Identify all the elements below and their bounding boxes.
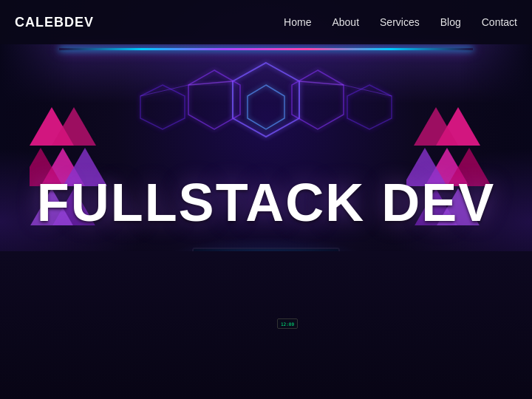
svg-marker-5 (347, 85, 392, 129)
nav-item-about[interactable]: About (332, 16, 359, 29)
hero-title: FULLSTACK DEV (37, 176, 496, 229)
nav-link-home[interactable]: Home (284, 16, 311, 28)
nav-item-services[interactable]: Services (380, 16, 420, 29)
nav-item-blog[interactable]: Blog (440, 16, 461, 29)
neon-strip (59, 48, 473, 50)
svg-line-6 (188, 81, 233, 85)
navbar: CALEBDEV Home About Services Blog Contac… (0, 0, 532, 44)
nav-item-home[interactable]: Home (284, 16, 311, 29)
hero-section: 12:00 FULLSTACK DEV CALEBDEV Home About … (0, 0, 532, 399)
svg-marker-0 (233, 63, 299, 137)
nav-item-contact[interactable]: Contact (482, 16, 517, 29)
desk-clock: 12:00 (277, 318, 298, 329)
nav-link-services[interactable]: Services (380, 16, 420, 28)
nav-link-blog[interactable]: Blog (440, 16, 461, 28)
nav-link-contact[interactable]: Contact (482, 16, 517, 28)
brand-logo[interactable]: CALEBDEV (15, 15, 94, 30)
nav-link-about[interactable]: About (332, 16, 359, 28)
floor (0, 251, 532, 399)
nav-links: Home About Services Blog Contact (284, 16, 517, 29)
svg-marker-1 (248, 85, 284, 129)
hero-text-container: FULLSTACK DEV (37, 176, 496, 229)
svg-line-7 (299, 81, 344, 85)
svg-marker-4 (140, 85, 185, 129)
